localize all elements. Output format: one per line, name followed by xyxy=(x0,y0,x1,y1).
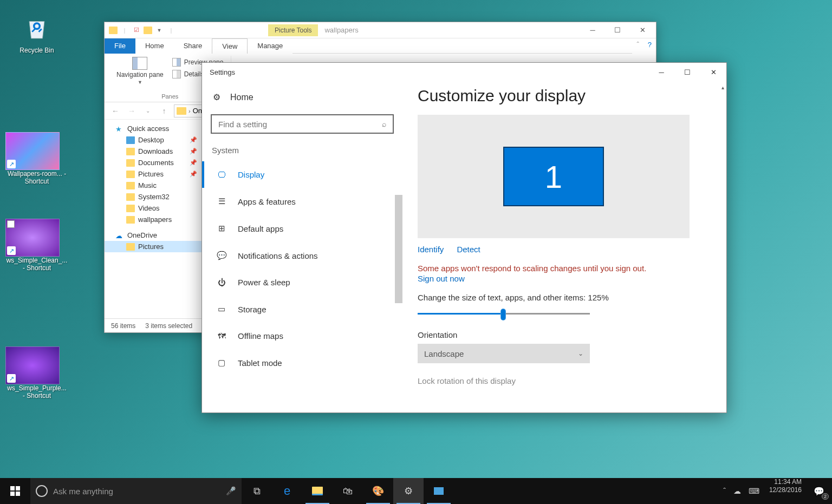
scroll-up-icon[interactable]: ▴ xyxy=(719,84,726,96)
desktop-icon-simple-purple[interactable]: ↗ ws_Simple_Purple... - Shortcut xyxy=(5,346,68,400)
detect-link[interactable]: Detect xyxy=(457,245,480,254)
recent-dropdown[interactable]: ⌄ xyxy=(141,104,154,117)
scaling-warning: Some apps won't respond to scaling chang… xyxy=(418,264,711,273)
taskbar-clock[interactable]: 11:34 AM 12/28/2016 xyxy=(765,478,806,504)
nav-notifications[interactable]: 💬Notifications & actions xyxy=(211,242,394,269)
up-button[interactable]: ↑ xyxy=(158,104,171,117)
tree-downloads[interactable]: Downloads📌 xyxy=(105,146,202,157)
display-preview[interactable]: 1 xyxy=(418,115,690,238)
taskbar-settings[interactable]: ⚙ xyxy=(393,478,424,504)
desktop-icon-recycle-bin[interactable]: Recycle Bin xyxy=(10,10,64,54)
sign-out-link[interactable]: Sign out now xyxy=(418,274,711,283)
shortcut-arrow-icon: ↗ xyxy=(7,246,16,255)
taskbar-explorer[interactable] xyxy=(302,478,333,504)
start-button[interactable] xyxy=(0,478,30,504)
new-folder-icon[interactable] xyxy=(144,27,152,34)
mic-icon[interactable]: 🎤 xyxy=(226,486,236,496)
pin-icon: 📌 xyxy=(190,148,197,155)
taskbar-edge[interactable]: e xyxy=(272,478,302,504)
taskbar-paint[interactable]: 🎨 xyxy=(363,478,393,504)
back-button[interactable]: ← xyxy=(109,104,122,117)
scrollbar-thumb[interactable] xyxy=(395,195,402,303)
taskbar-search[interactable]: Ask me anything 🎤 xyxy=(30,478,242,504)
desktop-icon-label: ws_Simple_Clean_... - Shortcut xyxy=(5,257,68,272)
nav-offline-maps[interactable]: 🗺Offline maps xyxy=(211,323,394,349)
settings-search[interactable]: ⌕ xyxy=(211,114,394,134)
desktop-icon-wallpapers-room[interactable]: ↗ Wallpapers-room... - Shortcut xyxy=(5,132,68,185)
settings-titlebar[interactable]: Settings ─ ☐ ✕ xyxy=(202,63,726,81)
tree-system32[interactable]: System32 xyxy=(105,191,202,202)
taskbar-store[interactable]: 🛍 xyxy=(333,478,363,504)
help-icon[interactable]: ? xyxy=(644,38,656,54)
chevron-down-icon: ⌄ xyxy=(578,350,583,357)
navigation-pane: ★Quick access Desktop📌 Downloads📌 Docume… xyxy=(105,120,202,318)
nav-power[interactable]: ⏻Power & sleep xyxy=(211,269,394,296)
tree-onedrive-pictures[interactable]: Pictures xyxy=(105,241,202,252)
gear-icon: ⚙ xyxy=(213,92,220,102)
folder-icon xyxy=(126,205,135,212)
folder-icon xyxy=(126,136,135,144)
qat-dropdown-icon[interactable]: ▼ xyxy=(154,25,164,35)
maximize-button[interactable]: ☐ xyxy=(674,63,700,81)
identify-link[interactable]: Identify xyxy=(418,245,444,254)
forward-button[interactable]: → xyxy=(125,104,138,117)
onedrive-tray-icon[interactable]: ☁ xyxy=(733,487,741,495)
desktop-icon-simple-clean[interactable]: ↗ ws_Simple_Clean_... - Shortcut xyxy=(5,219,68,272)
system-tray: ˆ ☁ ⌨ xyxy=(718,478,765,504)
tree-wallpapers[interactable]: wallpapers xyxy=(105,214,202,225)
minimize-button[interactable]: ─ xyxy=(580,22,605,38)
tab-manage[interactable]: Manage xyxy=(248,38,292,54)
window-title: wallpapers xyxy=(324,26,358,34)
explorer-titlebar[interactable]: | ☑ ▼ | Picture Tools wallpapers ─ ☐ ✕ xyxy=(105,22,656,38)
tab-share[interactable]: Share xyxy=(174,38,212,54)
search-input[interactable] xyxy=(218,120,382,129)
nav-tablet[interactable]: ▢Tablet mode xyxy=(211,349,394,376)
quick-access-toolbar: | ☑ ▼ | xyxy=(106,25,176,35)
svg-rect-1 xyxy=(16,486,20,490)
maximize-button[interactable]: ☐ xyxy=(605,22,630,38)
folder-icon[interactable] xyxy=(109,27,118,34)
thumbnail-icon: ↗ xyxy=(5,346,60,384)
tree-pictures[interactable]: Pictures📌 xyxy=(105,168,202,180)
tab-home[interactable]: Home xyxy=(135,38,174,54)
folder-icon xyxy=(126,216,135,224)
keyboard-tray-icon[interactable]: ⌨ xyxy=(749,487,759,495)
nav-storage[interactable]: ▭Storage xyxy=(211,296,394,323)
nav-apps[interactable]: ☰Apps & features xyxy=(211,188,394,215)
nav-default-apps[interactable]: ⊞Default apps xyxy=(211,215,394,242)
collapse-ribbon-icon[interactable]: ˆ xyxy=(632,38,643,54)
thumbnail-icon: ↗ xyxy=(5,132,60,170)
close-button[interactable]: ✕ xyxy=(700,63,726,81)
tree-videos[interactable]: Videos xyxy=(105,202,202,214)
section-label: System xyxy=(211,146,394,155)
cloud-icon: ☁ xyxy=(115,232,124,239)
nav-home[interactable]: ⚙ Home xyxy=(211,87,394,108)
checkbox-icon[interactable] xyxy=(7,220,15,228)
picture-tools-tab[interactable]: Picture Tools xyxy=(268,24,318,36)
tree-quick-access[interactable]: ★Quick access xyxy=(105,123,202,134)
folder-icon xyxy=(177,107,186,115)
close-button[interactable]: ✕ xyxy=(630,22,655,38)
display-icon: 🖵 xyxy=(216,170,227,179)
slider-thumb[interactable] xyxy=(500,309,506,320)
recycle-bin-icon xyxy=(20,10,54,44)
tab-view[interactable]: View xyxy=(212,38,248,54)
navigation-pane-button[interactable]: Navigation pane ▼ xyxy=(114,56,166,86)
orientation-dropdown[interactable]: Landscape ⌄ xyxy=(418,344,590,363)
monitor-box[interactable]: 1 xyxy=(503,147,604,206)
tree-onedrive[interactable]: ☁OneDrive xyxy=(105,230,202,241)
action-center-button[interactable]: 💬 2 xyxy=(806,478,832,504)
tree-music[interactable]: Music xyxy=(105,180,202,191)
properties-icon[interactable]: ☑ xyxy=(132,25,141,35)
tree-desktop[interactable]: Desktop📌 xyxy=(105,134,202,146)
tray-overflow-icon[interactable]: ˆ xyxy=(723,487,726,495)
tab-file[interactable]: File xyxy=(105,38,135,54)
taskbar-app[interactable] xyxy=(424,478,454,504)
item-count: 56 items xyxy=(111,322,135,330)
task-view-button[interactable]: ⧉ xyxy=(242,478,272,504)
minimize-button[interactable]: ─ xyxy=(648,63,674,81)
scale-slider[interactable] xyxy=(418,307,590,320)
tree-documents[interactable]: Documents📌 xyxy=(105,157,202,168)
nav-display[interactable]: 🖵Display xyxy=(202,161,394,188)
window-title: Settings xyxy=(210,68,235,76)
